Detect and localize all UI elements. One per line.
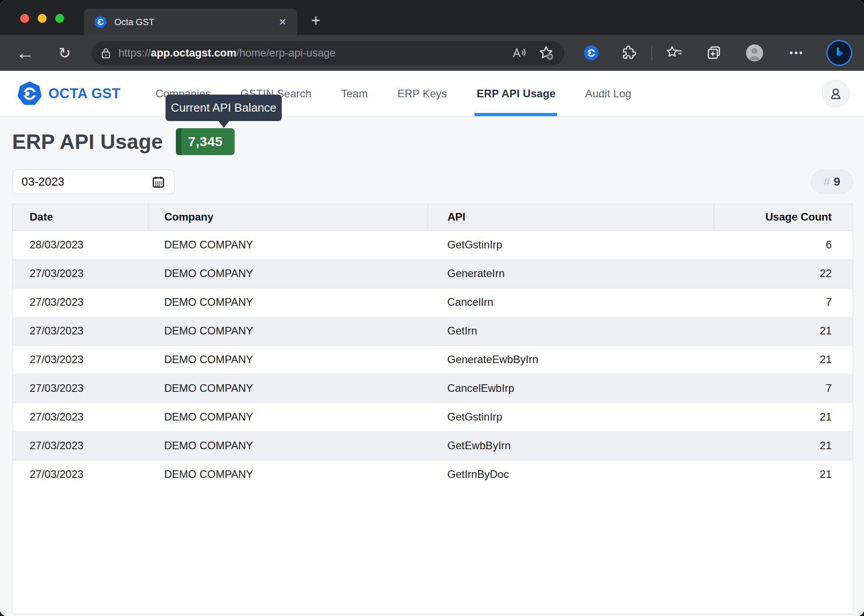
cell-company: DEMO COMPANY bbox=[148, 259, 428, 288]
cell-date: 27/03/2023 bbox=[13, 288, 148, 317]
title-row: ERP API Usage 7,345 bbox=[12, 128, 853, 155]
cell-usage-count: 7 bbox=[714, 374, 853, 403]
api-balance-value: 7,345 bbox=[188, 134, 223, 149]
read-aloud-icon[interactable] bbox=[511, 46, 527, 60]
cell-api: CancelEwbIrp bbox=[428, 374, 714, 403]
cell-usage-count: 21 bbox=[714, 431, 853, 460]
settings-more-icon[interactable]: ••• bbox=[787, 47, 807, 59]
column-header-company: Company bbox=[148, 204, 428, 230]
tooltip-current-api-balance: Current API Balance bbox=[166, 95, 282, 121]
row-count-badge: # 9 bbox=[811, 170, 853, 194]
octagst-extension-icon[interactable] bbox=[583, 45, 599, 61]
macos-close-button[interactable] bbox=[20, 14, 29, 23]
page-title: ERP API Usage bbox=[12, 130, 163, 154]
user-icon bbox=[828, 86, 843, 101]
api-balance-badge[interactable]: 7,345 bbox=[176, 128, 235, 155]
cell-usage-count: 21 bbox=[714, 460, 853, 489]
browser-window: Octa GST × + ← ↻ https://app.octagst.com… bbox=[0, 0, 864, 616]
macos-zoom-button[interactable] bbox=[55, 14, 64, 23]
table-header-row: Date Company API Usage Count bbox=[13, 204, 853, 230]
cell-usage-count: 22 bbox=[714, 259, 853, 288]
usage-table-container: Date Company API Usage Count 28/03/2023D… bbox=[12, 204, 853, 614]
cell-company: DEMO COMPANY bbox=[148, 460, 428, 489]
toolbar-divider bbox=[651, 45, 652, 61]
table-row: 27/03/2023DEMO COMPANYGetEwbByIrn21 bbox=[13, 431, 853, 460]
cell-api: GetIrn bbox=[428, 317, 714, 345]
nav-item-audit-log[interactable]: Audit Log bbox=[585, 71, 631, 116]
back-icon[interactable]: ← bbox=[13, 43, 38, 63]
cell-api: CancelIrn bbox=[428, 288, 714, 317]
add-favorite-star-icon[interactable] bbox=[538, 45, 554, 61]
user-menu-button[interactable] bbox=[822, 80, 850, 108]
cell-api: GenerateIrn bbox=[428, 259, 714, 288]
usage-table-body: 28/03/2023DEMO COMPANYGetGstinIrp627/03/… bbox=[13, 230, 853, 489]
nav-item-team[interactable]: Team bbox=[341, 71, 368, 116]
month-value: 03-2023 bbox=[22, 175, 152, 189]
octagst-brand[interactable]: OCTA GST bbox=[17, 81, 121, 107]
cell-api: GenerateEwbByIrn bbox=[428, 345, 714, 374]
profile-avatar-icon[interactable] bbox=[746, 44, 764, 62]
tooltip-text: Current API Balance bbox=[171, 101, 277, 115]
cell-usage-count: 21 bbox=[714, 403, 853, 431]
reload-icon[interactable]: ↻ bbox=[52, 44, 77, 62]
window-controls bbox=[20, 14, 64, 23]
cell-date: 27/03/2023 bbox=[13, 259, 148, 288]
cell-company: DEMO COMPANY bbox=[148, 403, 428, 431]
column-header-date: Date bbox=[13, 204, 148, 230]
cell-api: GetGstinIrp bbox=[428, 230, 714, 259]
table-row: 27/03/2023DEMO COMPANYCancelIrn7 bbox=[13, 288, 853, 317]
table-row: 27/03/2023DEMO COMPANYGetIrn21 bbox=[13, 317, 853, 345]
favorites-bar-icon[interactable] bbox=[666, 45, 683, 61]
brand-name: OCTA GST bbox=[48, 86, 121, 102]
url-path: /home/erp-api-usage bbox=[236, 47, 336, 59]
cell-api: GetEwbByIrn bbox=[428, 431, 714, 460]
bing-chat-icon[interactable] bbox=[826, 40, 852, 66]
tab-title: Octa GST bbox=[114, 17, 276, 27]
table-row: 27/03/2023DEMO COMPANYGenerateIrn22 bbox=[13, 259, 853, 288]
cell-company: DEMO COMPANY bbox=[148, 374, 428, 403]
tab-favicon-octagst-icon bbox=[94, 15, 107, 29]
page-content: ERP API Usage 7,345 03-2023 bbox=[0, 117, 864, 616]
octagst-logo-icon bbox=[17, 81, 43, 107]
url-text: https://app.octagst.com/home/erp-api-usa… bbox=[118, 47, 336, 59]
url-host: app.octagst.com bbox=[151, 47, 236, 59]
cell-company: DEMO COMPANY bbox=[148, 317, 428, 345]
cell-usage-count: 6 bbox=[714, 230, 853, 259]
url-scheme: https:// bbox=[118, 47, 151, 59]
cell-usage-count: 21 bbox=[714, 317, 853, 345]
usage-table: Date Company API Usage Count 28/03/2023D… bbox=[13, 204, 853, 489]
table-row: 27/03/2023DEMO COMPANYCancelEwbIrp7 bbox=[13, 374, 853, 403]
cell-company: DEMO COMPANY bbox=[148, 431, 428, 460]
table-row: 27/03/2023DEMO COMPANYGenerateEwbByIrn21 bbox=[13, 345, 853, 374]
cell-api: GetIrnByDoc bbox=[428, 460, 714, 489]
address-bar[interactable]: https://app.octagst.com/home/erp-api-usa… bbox=[92, 41, 564, 65]
cell-date: 27/03/2023 bbox=[13, 403, 148, 431]
collections-icon[interactable] bbox=[705, 44, 722, 61]
browser-toolbar: ← ↻ https://app.octagst.com/home/erp-api… bbox=[0, 35, 864, 71]
lock-icon bbox=[100, 47, 111, 59]
month-picker-input[interactable]: 03-2023 bbox=[13, 169, 175, 194]
table-row: 27/03/2023DEMO COMPANYGetIrnByDoc21 bbox=[13, 460, 853, 489]
column-header-api: API bbox=[428, 204, 714, 230]
calendar-icon[interactable] bbox=[152, 175, 165, 189]
tooltip-arrow bbox=[218, 121, 229, 128]
nav-item-erp-api-usage[interactable]: ERP API Usage bbox=[476, 71, 555, 116]
cell-usage-count: 21 bbox=[714, 345, 853, 374]
cell-date: 27/03/2023 bbox=[13, 431, 148, 460]
cell-date: 27/03/2023 bbox=[13, 460, 148, 489]
tab-strip: Octa GST × + bbox=[0, 0, 864, 35]
macos-minimize-button[interactable] bbox=[38, 14, 47, 23]
filter-row: 03-2023 # 9 bbox=[13, 169, 853, 194]
extensions-puzzle-icon[interactable] bbox=[621, 45, 637, 61]
nav-item-erp-keys[interactable]: ERP Keys bbox=[397, 71, 447, 116]
cell-date: 27/03/2023 bbox=[13, 374, 148, 403]
browser-tab[interactable]: Octa GST × bbox=[84, 9, 297, 35]
new-tab-button[interactable]: + bbox=[306, 11, 326, 30]
tab-close-icon[interactable]: × bbox=[276, 16, 289, 28]
table-row: 27/03/2023DEMO COMPANYGetGstinIrp21 bbox=[13, 403, 853, 431]
cell-company: DEMO COMPANY bbox=[148, 230, 428, 259]
table-row: 28/03/2023DEMO COMPANYGetGstinIrp6 bbox=[13, 230, 853, 259]
column-header-usage-count: Usage Count bbox=[714, 204, 853, 230]
cell-usage-count: 7 bbox=[714, 288, 853, 317]
cell-date: 27/03/2023 bbox=[13, 345, 148, 374]
